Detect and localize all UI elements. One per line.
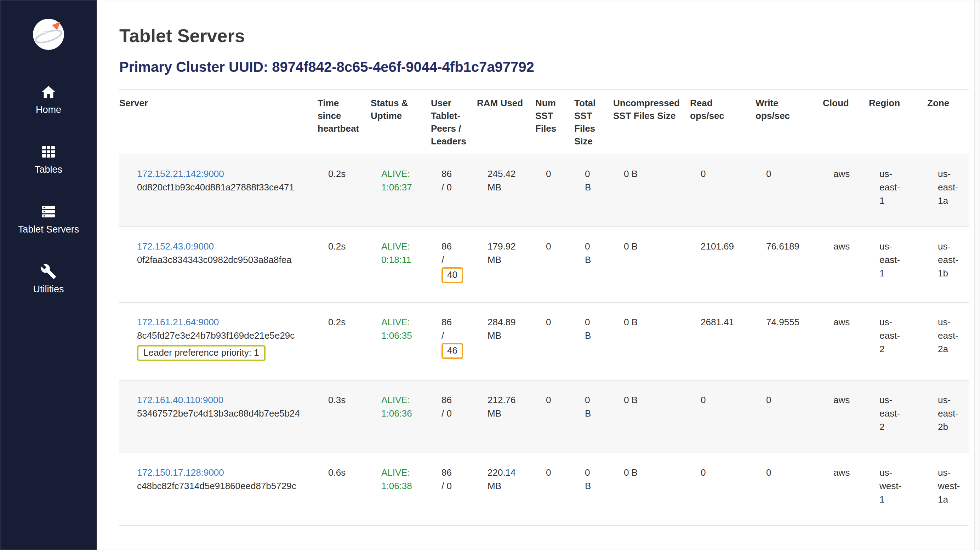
table-row: 172.152.43.0:90000f2faa3c834343c0982dc95… bbox=[119, 227, 969, 303]
cloud-cell: aws bbox=[823, 227, 869, 303]
zone-cell: us-east-1b bbox=[927, 227, 969, 303]
region-cell: us-east-1 bbox=[869, 154, 927, 227]
num-sst-files-cell: 0 bbox=[535, 227, 574, 303]
table-row: 172.161.21.64:90008c45fd27e3e24b7b93f169… bbox=[119, 303, 969, 380]
status-uptime: 1:06:35 bbox=[381, 329, 424, 342]
server-link[interactable]: 172.152.43.0:9000 bbox=[137, 241, 214, 252]
status-cell: ALIVE:1:06:38 bbox=[371, 453, 431, 526]
total-sst-size-cell: 0 B bbox=[574, 303, 613, 380]
leader-preference-note: Leader preference priority: 1 bbox=[137, 345, 266, 361]
sidebar: Home Tables Ta bbox=[0, 0, 97, 550]
tablet-peer-count: 86 bbox=[442, 466, 470, 479]
num-sst-files-cell: 0 bbox=[535, 380, 574, 453]
tablet-peer-count: 86 bbox=[442, 167, 470, 181]
leaders-separator: / bbox=[442, 253, 470, 267]
column-header: Read ops/sec bbox=[690, 89, 756, 154]
uncompressed-sst-size-cell: 0 B bbox=[613, 453, 690, 526]
heartbeat-cell: 0.6s bbox=[318, 453, 371, 526]
ram-used-cell: 284.89 MB bbox=[477, 303, 535, 380]
tablet-peer-count: 86 bbox=[442, 315, 470, 329]
write-ops-cell: 0 bbox=[756, 154, 823, 227]
read-ops-cell: 2101.69 bbox=[690, 227, 756, 303]
column-header: Status & Uptime bbox=[371, 89, 431, 154]
app-logo[interactable] bbox=[32, 17, 65, 51]
ram-used-cell: 220.14 MB bbox=[477, 453, 535, 526]
sidebar-item-label: Tables bbox=[35, 164, 62, 175]
server-link[interactable]: 172.161.40.110:9000 bbox=[137, 395, 223, 405]
column-header: User Tablet-Peers / Leaders bbox=[431, 89, 477, 154]
total-sst-size-cell: 0 B bbox=[574, 453, 613, 526]
table-row: 172.161.40.110:900053467572be7c4d13b3ac8… bbox=[119, 380, 969, 453]
ram-used-cell: 212.76 MB bbox=[477, 380, 535, 453]
write-ops-cell: 0 bbox=[756, 380, 823, 453]
uncompressed-sst-size-cell: 0 B bbox=[613, 303, 690, 380]
column-header: Zone bbox=[927, 89, 969, 154]
column-header: Time since heartbeat bbox=[318, 89, 371, 154]
uncompressed-sst-size-cell: 0 B bbox=[613, 227, 690, 303]
ram-used-value: 284.89 MB bbox=[487, 315, 522, 342]
cloud-cell: aws bbox=[823, 380, 869, 453]
region-cell: us-west-1 bbox=[869, 453, 927, 526]
heartbeat-cell: 0.3s bbox=[318, 380, 371, 453]
sidebar-item-utilities[interactable]: Utilities bbox=[33, 263, 64, 295]
server-cell: 172.161.21.64:90008c45fd27e3e24b7b93f169… bbox=[119, 303, 318, 380]
total-sst-size-value: 0 B bbox=[585, 240, 595, 267]
sidebar-item-label: Tablet Servers bbox=[18, 224, 79, 235]
sidebar-item-tablet-servers[interactable]: Tablet Servers bbox=[18, 203, 79, 235]
zone-cell: us-east-1a bbox=[927, 154, 969, 227]
server-cell: 172.152.43.0:90000f2faa3c834343c0982dc95… bbox=[119, 227, 318, 303]
server-link[interactable]: 172.161.21.64:9000 bbox=[137, 317, 219, 327]
leader-count-highlighted: 40 bbox=[442, 267, 463, 283]
column-header: Write ops/sec bbox=[756, 89, 823, 154]
total-sst-size-value: 0 B bbox=[585, 167, 595, 194]
num-sst-files-cell: 0 bbox=[535, 453, 574, 526]
cloud-cell: aws bbox=[823, 303, 869, 380]
status-cell: ALIVE:0:18:11 bbox=[371, 227, 431, 303]
tablet-servers-icon bbox=[40, 203, 57, 220]
vertical-scrollbar[interactable] bbox=[974, 0, 980, 550]
status-cell: ALIVE:1:06:35 bbox=[371, 303, 431, 380]
zone-value: us-east-1a bbox=[938, 167, 961, 207]
tserver-table-body: 172.152.21.142:90000d820cf1b93c40d881a27… bbox=[119, 154, 969, 526]
sidebar-item-home[interactable]: Home bbox=[36, 84, 61, 115]
leader-count: / 0 bbox=[442, 181, 470, 194]
column-header: Cloud bbox=[823, 89, 869, 154]
total-sst-size-cell: 0 B bbox=[574, 380, 613, 453]
leader-count: / 0 bbox=[442, 407, 470, 420]
table-header-row: ServerTime since heartbeatStatus & Uptim… bbox=[119, 89, 969, 154]
server-link[interactable]: 172.152.21.142:9000 bbox=[137, 168, 224, 179]
server-link[interactable]: 172.150.17.128:9000 bbox=[137, 467, 224, 478]
zone-value: us-east-2b bbox=[938, 393, 961, 434]
leader-count-highlighted: 46 bbox=[442, 343, 463, 359]
cloud-cell: aws bbox=[823, 453, 869, 526]
heartbeat-cell: 0.2s bbox=[318, 227, 371, 303]
write-ops-cell: 74.9555 bbox=[756, 303, 823, 380]
sidebar-item-label: Utilities bbox=[33, 284, 64, 295]
region-value: us-east-2 bbox=[880, 393, 902, 434]
peers-leaders-cell: 86/ 0 bbox=[431, 453, 477, 526]
heartbeat-cell: 0.2s bbox=[318, 303, 371, 380]
zone-value: us-east-2a bbox=[938, 315, 961, 356]
zone-value: us-east-1b bbox=[938, 240, 961, 280]
ram-used-cell: 179.92 MB bbox=[477, 227, 535, 303]
read-ops-cell: 0 bbox=[690, 380, 756, 453]
write-ops-cell: 76.6189 bbox=[756, 227, 823, 303]
sidebar-item-tables[interactable]: Tables bbox=[35, 144, 62, 175]
table-row: 172.152.21.142:90000d820cf1b93c40d881a27… bbox=[119, 154, 969, 227]
status-alive: ALIVE: bbox=[381, 393, 424, 407]
column-header: Total SST Files Size bbox=[574, 89, 613, 154]
status-uptime: 0:18:11 bbox=[381, 253, 424, 267]
status-uptime: 1:06:36 bbox=[381, 407, 424, 420]
status-cell: ALIVE:1:06:37 bbox=[371, 154, 431, 227]
status-cell: ALIVE:1:06:36 bbox=[371, 380, 431, 453]
total-sst-size-value: 0 B bbox=[585, 393, 595, 420]
read-ops-cell: 0 bbox=[690, 453, 756, 526]
read-ops-cell: 0 bbox=[690, 154, 756, 227]
uncompressed-sst-size-cell: 0 B bbox=[613, 154, 690, 227]
page-title: Tablet Servers bbox=[119, 25, 969, 46]
status-alive: ALIVE: bbox=[381, 240, 424, 253]
write-ops-cell: 0 bbox=[756, 453, 823, 526]
zone-value: us-west-1a bbox=[938, 466, 961, 506]
status-alive: ALIVE: bbox=[381, 167, 424, 181]
cloud-cell: aws bbox=[823, 154, 869, 227]
